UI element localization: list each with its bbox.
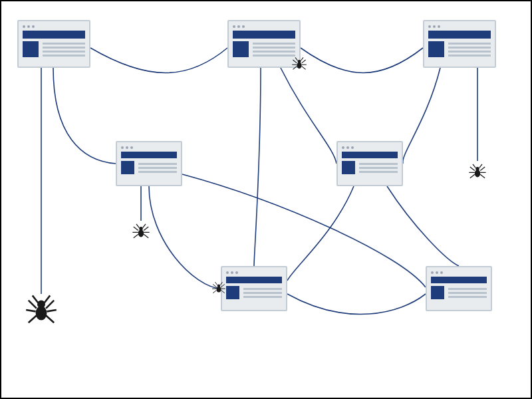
svg-point-0: [297, 63, 301, 69]
svg-point-5: [37, 301, 45, 309]
page-node: [116, 141, 182, 186]
page-node: [336, 141, 403, 186]
spider-icon: [468, 162, 487, 181]
svg-point-3: [139, 227, 143, 231]
svg-point-6: [475, 170, 480, 177]
svg-point-1: [298, 60, 301, 63]
page-node: [426, 266, 492, 311]
svg-point-8: [217, 287, 221, 293]
svg-point-2: [138, 229, 144, 237]
spider-icon: [25, 294, 57, 326]
page-node: [423, 20, 496, 68]
svg-point-7: [475, 167, 479, 171]
page-node: [17, 20, 90, 68]
page-node: [227, 20, 301, 68]
spider-icon: [291, 56, 307, 72]
spider-icon: [211, 281, 226, 295]
svg-point-9: [217, 285, 220, 287]
page-node: [221, 266, 287, 311]
diagram-canvas: [1, 1, 531, 398]
spider-icon: [132, 222, 150, 241]
